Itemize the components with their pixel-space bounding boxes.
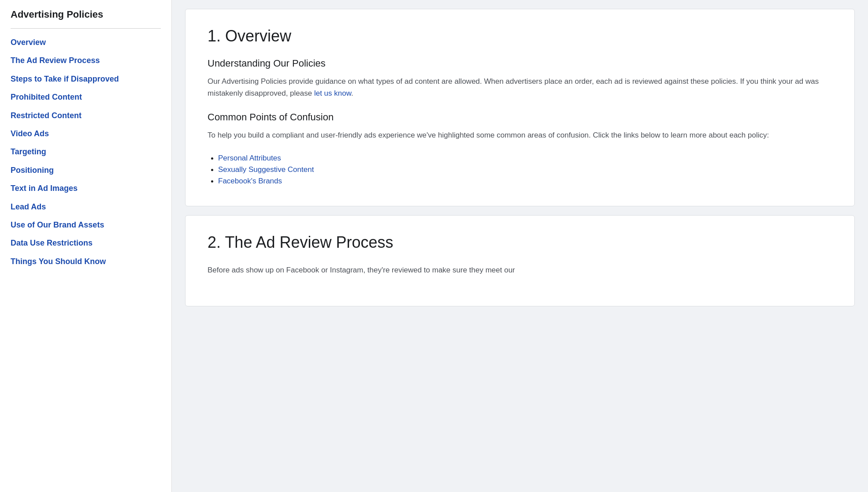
understanding-body: Our Advertising Policies provide guidanc…	[208, 75, 832, 99]
confusion-intro: To help you build a compliant and user-f…	[208, 129, 832, 141]
sidebar-nav-item: Prohibited Content	[11, 89, 161, 105]
section-1-title: 1. Overview	[208, 27, 832, 45]
sidebar-nav-item: Steps to Take if Disapproved	[11, 71, 161, 87]
sidebar-title: Advertising Policies	[11, 9, 161, 20]
sidebar-nav-link-text-in-ad-images[interactable]: Text in Ad Images	[11, 181, 161, 196]
sexually-suggestive-link[interactable]: Sexually Suggestive Content	[218, 165, 314, 174]
sidebar-nav-link-video-ads[interactable]: Video Ads	[11, 126, 161, 142]
sidebar-divider	[11, 28, 161, 29]
sidebar-nav-item: Targeting	[11, 144, 161, 160]
main-content: 1. Overview Understanding Our Policies O…	[172, 0, 868, 492]
sidebar-nav-link-prohibited-content[interactable]: Prohibited Content	[11, 89, 161, 105]
sidebar-nav-item: Text in Ad Images	[11, 181, 161, 196]
sidebar-nav-link-the-ad-review-process[interactable]: The Ad Review Process	[11, 53, 161, 68]
subsection-confusion-title: Common Points of Confusion	[208, 112, 832, 123]
sidebar-nav-item: Positioning	[11, 163, 161, 178]
sidebar-nav-link-targeting[interactable]: Targeting	[11, 144, 161, 160]
section-2-title: 2. The Ad Review Process	[208, 233, 832, 252]
sidebar-nav-link-data-use-restrictions[interactable]: Data Use Restrictions	[11, 235, 161, 251]
let-us-know-link[interactable]: let us know	[314, 89, 351, 97]
sidebar-nav-link-things-you-should-know[interactable]: Things You Should Know	[11, 254, 161, 269]
section-overview: 1. Overview Understanding Our Policies O…	[185, 9, 855, 206]
subsection-understanding-title: Understanding Our Policies	[208, 58, 832, 69]
sidebar: Advertising Policies OverviewThe Ad Revi…	[0, 0, 172, 492]
confusion-bullets: Personal Attributes Sexually Suggestive …	[208, 154, 832, 186]
sidebar-nav-item: Restricted Content	[11, 108, 161, 123]
sidebar-nav-item: Data Use Restrictions	[11, 235, 161, 251]
sidebar-nav-item: Video Ads	[11, 126, 161, 142]
sidebar-nav-item: Things You Should Know	[11, 254, 161, 269]
facebook-brands-link[interactable]: Facebook's Brands	[218, 177, 282, 185]
sidebar-nav-item: Use of Our Brand Assets	[11, 217, 161, 233]
sidebar-nav-item: Overview	[11, 35, 161, 50]
sidebar-nav: OverviewThe Ad Review ProcessSteps to Ta…	[11, 35, 161, 269]
bullet-facebook-brands: Facebook's Brands	[218, 177, 832, 186]
sidebar-nav-link-positioning[interactable]: Positioning	[11, 163, 161, 178]
bullet-personal-attributes: Personal Attributes	[218, 154, 832, 163]
sidebar-nav-link-lead-ads[interactable]: Lead Ads	[11, 199, 161, 215]
sidebar-nav-item: The Ad Review Process	[11, 53, 161, 68]
sidebar-nav-link-overview[interactable]: Overview	[11, 35, 161, 50]
personal-attributes-link[interactable]: Personal Attributes	[218, 154, 281, 162]
sidebar-nav-item: Lead Ads	[11, 199, 161, 215]
bullet-sexually-suggestive: Sexually Suggestive Content	[218, 165, 832, 174]
sidebar-nav-link-use-of-our-brand-assets[interactable]: Use of Our Brand Assets	[11, 217, 161, 233]
section-ad-review: 2. The Ad Review Process Before ads show…	[185, 215, 855, 306]
sidebar-nav-link-steps-to-take-if-disapproved[interactable]: Steps to Take if Disapproved	[11, 71, 161, 87]
ad-review-body: Before ads show up on Facebook or Instag…	[208, 264, 832, 276]
sidebar-nav-link-restricted-content[interactable]: Restricted Content	[11, 108, 161, 123]
